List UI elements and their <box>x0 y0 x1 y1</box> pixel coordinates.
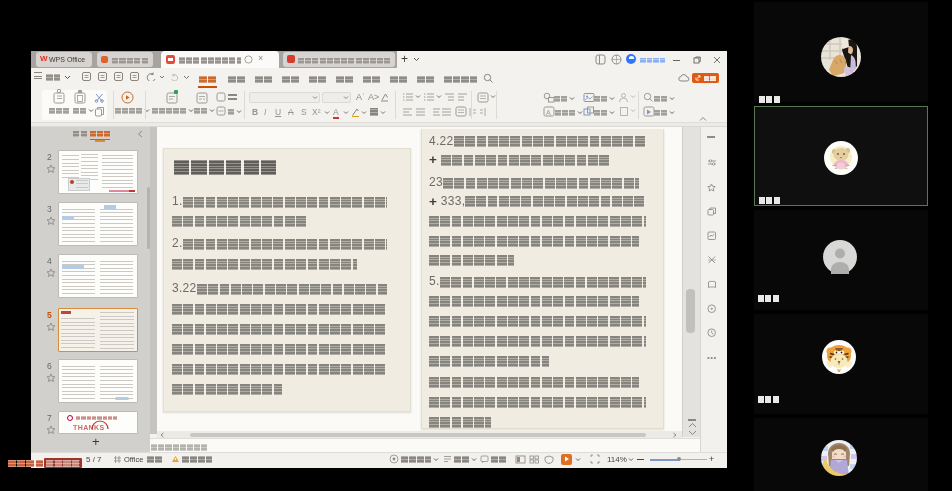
svg-text:A: A <box>546 109 551 116</box>
